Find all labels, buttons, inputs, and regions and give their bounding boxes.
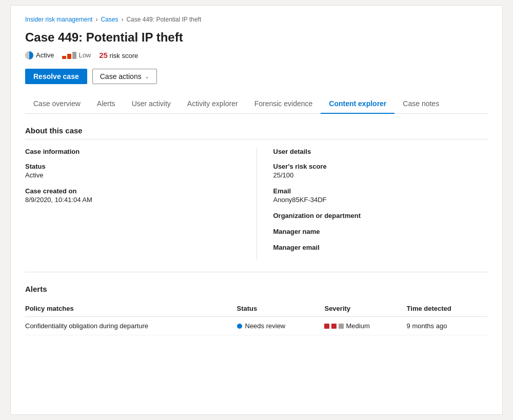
alerts-table-header: Policy matches Status Severity Time dete… (25, 302, 488, 317)
breadcrumb-current: Case 449: Potential IP theft (126, 16, 201, 23)
user-risk-score-label: User's risk score (273, 163, 488, 170)
two-column-layout: Case information Status Active Case crea… (25, 148, 488, 259)
severity-block-2 (331, 324, 337, 329)
breadcrumb-cases[interactable]: Cases (101, 16, 118, 23)
status-icon (25, 51, 33, 59)
status-bar: Active Low 25 risk score (25, 51, 488, 59)
risk-bars-icon (62, 52, 76, 59)
col-status: Status (237, 302, 325, 317)
breadcrumb-insider-risk[interactable]: Insider risk management (25, 16, 92, 23)
alerts-section: Alerts Policy matches Status Severity Ti… (25, 285, 488, 335)
needs-review-icon (237, 324, 242, 329)
status-label: Status (25, 163, 240, 170)
status-value: Active (25, 171, 240, 179)
severity-block-3 (339, 324, 344, 329)
risk-low: Low (62, 51, 91, 59)
case-information-column: Case information Status Active Case crea… (25, 148, 257, 259)
created-on-label: Case created on (25, 187, 240, 195)
needs-review-label: Needs review (245, 322, 286, 330)
tab-alerts[interactable]: Alerts (89, 94, 124, 114)
alert-policy-matches: Confidentiality obligation during depart… (25, 317, 237, 335)
created-on-value: 8/9/2020, 10:41:04 AM (25, 196, 240, 204)
case-actions-button[interactable]: Case actions ⌄ (92, 69, 157, 84)
created-on-field: Case created on 8/9/2020, 10:41:04 AM (25, 187, 240, 204)
chevron-down-icon: ⌄ (145, 73, 149, 80)
tab-activity-explorer[interactable]: Activity explorer (179, 94, 246, 114)
tab-case-notes[interactable]: Case notes (394, 94, 447, 114)
table-row[interactable]: Confidentiality obligation during depart… (25, 317, 488, 335)
severity-label: Medium (346, 322, 369, 330)
risk-label: Low (78, 51, 91, 59)
alerts-table: Policy matches Status Severity Time dete… (25, 302, 488, 335)
manager-name-field: Manager name (273, 228, 488, 235)
org-label: Organization or department (273, 212, 488, 219)
email-value: Anony85KF-34DF (273, 196, 488, 204)
breadcrumb-sep2: › (121, 16, 123, 23)
breadcrumb-sep1: › (95, 16, 97, 23)
severity-badge: Medium (324, 322, 402, 330)
col-time-detected: Time detected (407, 302, 488, 317)
status-active: Active (25, 51, 54, 59)
alert-time-detected: 9 months ago (407, 317, 488, 335)
section-divider (25, 272, 488, 272)
tab-case-overview[interactable]: Case overview (25, 94, 89, 114)
case-info-section-title: Case information (25, 148, 240, 155)
resolve-case-button[interactable]: Resolve case (25, 69, 87, 84)
org-field: Organization or department (273, 212, 488, 219)
case-actions-label: Case actions (100, 72, 142, 81)
tab-forensic-evidence[interactable]: Forensic evidence (246, 94, 321, 114)
risk-score-label: risk score (110, 52, 139, 59)
about-section: About this case Case information Status … (25, 126, 488, 259)
risk-score-number: 25 (99, 51, 108, 59)
risk-score-field: User's risk score 25/100 (273, 163, 488, 179)
email-field: Email Anony85KF-34DF (273, 187, 488, 204)
user-details-column: User details User's risk score 25/100 Em… (257, 148, 488, 259)
tab-user-activity[interactable]: User activity (124, 94, 179, 114)
user-risk-score-value: 25/100 (273, 171, 488, 179)
user-details-section-title: User details (273, 148, 488, 155)
email-label: Email (273, 187, 488, 195)
alerts-section-title: Alerts (25, 285, 488, 293)
needs-review-badge: Needs review (237, 322, 321, 330)
active-label: Active (36, 51, 54, 59)
tab-content-explorer[interactable]: Content explorer (321, 94, 394, 114)
page-title: Case 449: Potential IP theft (25, 30, 488, 45)
tabs: Case overview Alerts User activity Activ… (25, 94, 488, 114)
manager-email-field: Manager email (273, 244, 488, 251)
page-container: Insider risk management › Cases › Case 4… (10, 5, 503, 415)
risk-score: 25 risk score (99, 51, 138, 59)
about-section-title: About this case (25, 126, 488, 139)
severity-block-1 (324, 324, 329, 329)
action-buttons: Resolve case Case actions ⌄ (25, 69, 488, 84)
col-policy-matches: Policy matches (25, 302, 237, 317)
col-severity: Severity (324, 302, 406, 317)
manager-name-label: Manager name (273, 228, 488, 235)
alert-severity: Medium (324, 317, 406, 335)
manager-email-label: Manager email (273, 244, 488, 251)
breadcrumb: Insider risk management › Cases › Case 4… (25, 16, 488, 23)
status-field: Status Active (25, 163, 240, 179)
alert-status: Needs review (237, 317, 325, 335)
